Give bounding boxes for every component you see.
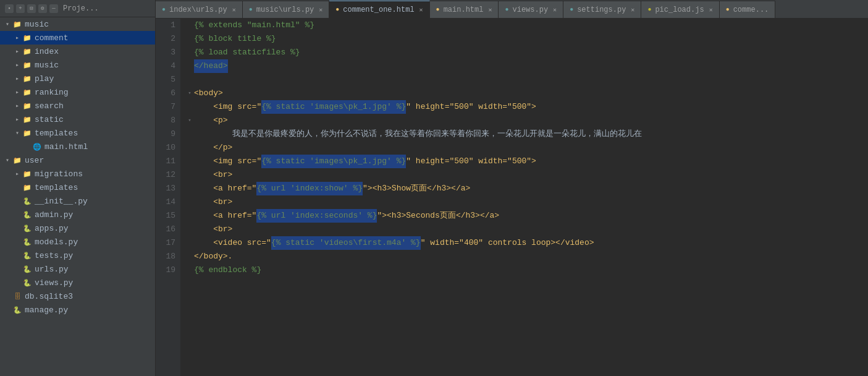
code-17-2: {% static 'videos\first.m4a' %}: [271, 236, 421, 250]
tree-label-db: db.sqlite3: [25, 292, 73, 301]
tree-item-migrations[interactable]: 📁 migrations: [0, 167, 155, 181]
chevron-admin: [12, 210, 22, 220]
chevron-ranking: [12, 87, 22, 97]
tree-item-index[interactable]: 📁 index: [0, 45, 155, 58]
tab-close-6[interactable]: ✕: [631, 6, 634, 14]
tree-root-music[interactable]: 📁 music: [0, 17, 155, 31]
tree-item-manage[interactable]: 🐍 manage.py: [0, 303, 155, 317]
tab-close-1[interactable]: ✕: [232, 6, 236, 14]
tab-index-urls[interactable]: ● index\urls.py ✕: [156, 1, 243, 18]
code-6-1: <body>: [194, 87, 223, 100]
html-icon-main: 🌐: [32, 142, 42, 152]
tab-label-comment-one: comment_one.html: [343, 6, 414, 14]
code-15-2: {% url 'index:seconds' %}: [256, 209, 377, 223]
tree-item-templates[interactable]: 📁 templates: [0, 126, 155, 140]
code-18-1: </body>.: [194, 250, 232, 263]
tree-item-music[interactable]: 📁 music: [0, 58, 155, 72]
tree-item-comment[interactable]: 📁 comment: [0, 31, 155, 45]
tab-close-2[interactable]: ✕: [319, 6, 322, 14]
fold-6[interactable]: [185, 87, 194, 100]
code-9-1: 我是不是你最疼爱的人，你为什么不说话，我在这等着你回来等着你回来，一朵花儿开就是…: [194, 127, 642, 141]
tab-close-3[interactable]: ✕: [419, 6, 423, 14]
tree-label-static: static: [35, 115, 64, 124]
tree-item-apps[interactable]: 🐍 apps.py: [0, 221, 155, 235]
code-line-8: <p>: [185, 114, 863, 127]
tab-comme[interactable]: ● comme...: [720, 1, 776, 18]
code-line-13: <a href="{% url 'index:show' %}"><h3>Sho…: [185, 182, 863, 195]
tree-label-init: __init__.py: [35, 197, 88, 206]
split-btn[interactable]: ⊟: [27, 4, 36, 13]
settings-btn[interactable]: ⚙: [38, 4, 47, 13]
file-tree: 📁 music 📁 comment 📁 index 📁 music: [0, 17, 155, 317]
code-17-3: " width="400" controls loop></video>: [421, 236, 594, 250]
tree-item-ranking[interactable]: 📁 ranking: [0, 85, 155, 99]
tree-label-models: models.py: [35, 237, 78, 247]
tab-label-comme: comme...: [733, 6, 769, 14]
tree-item-models[interactable]: 🐍 models.py: [0, 235, 155, 249]
code-text[interactable]: {% extends "main.html" %} {% block title…: [180, 19, 868, 376]
tree-label-comment: comment: [35, 33, 69, 43]
code-line-15: <a href="{% url 'index:seconds' %}"><h3>…: [185, 209, 863, 223]
code-19-1: {% endblock %}: [194, 263, 261, 277]
code-line-16: <br>: [185, 223, 863, 236]
tab-label-main-html: main.html: [444, 6, 484, 14]
py-icon-urls: 🐍: [22, 264, 32, 274]
tab-label-settings-py: settings.py: [577, 6, 626, 14]
tab-views-py[interactable]: ● views.py ✕: [499, 1, 563, 18]
tree-label-ranking: ranking: [35, 88, 69, 97]
close-btn[interactable]: —: [49, 4, 58, 13]
code-editor[interactable]: 1 2 3 4 5 6 7 8 9 10 11 12 13 14 15 16 1…: [156, 19, 868, 376]
tab-music-urls[interactable]: ● music\urls.py ✕: [243, 1, 330, 18]
code-13-2: {% url 'index:show' %}: [256, 182, 363, 195]
chevron-manage: [2, 305, 12, 315]
chevron-user-templates: [12, 182, 22, 192]
tree-item-user[interactable]: 📁 user: [0, 153, 155, 167]
tree-item-db[interactable]: 🗄 db.sqlite3: [0, 289, 155, 303]
tab-close-7[interactable]: ✕: [709, 6, 713, 14]
tree-item-static[interactable]: 📁 static: [0, 113, 155, 126]
py-tab-icon-1: ●: [162, 6, 166, 13]
tree-item-tests[interactable]: 🐍 tests.py: [0, 249, 155, 262]
tree-label-user-templates: templates: [35, 183, 78, 192]
chevron-apps: [12, 223, 22, 233]
code-line-4: </head>: [185, 59, 863, 73]
folder-icon-comment: 📁: [22, 33, 32, 43]
db-icon: 🗄: [12, 291, 22, 301]
line-numbers: 1 2 3 4 5 6 7 8 9 10 11 12 13 14 15 16 1…: [156, 19, 180, 376]
fold-8[interactable]: [185, 114, 194, 127]
tab-close-5[interactable]: ✕: [553, 6, 557, 14]
tab-comment-one[interactable]: ● comment_one.html ✕: [329, 1, 429, 18]
tree-item-play[interactable]: 📁 play: [0, 72, 155, 85]
tab-settings-py[interactable]: ● settings.py ✕: [563, 1, 641, 18]
chevron-db: [2, 291, 12, 301]
chevron-user: [2, 155, 12, 165]
tree-item-admin[interactable]: 🐍 admin.py: [0, 208, 155, 221]
project-icon: ▪: [5, 4, 14, 13]
tab-pic-load-js[interactable]: ● pic_load.js ✕: [641, 1, 719, 18]
editor-area: ● index\urls.py ✕ ● music\urls.py ✕ ● co…: [156, 0, 868, 376]
tree-item-urls[interactable]: 🐍 urls.py: [0, 262, 155, 276]
tree-label-play: play: [35, 74, 54, 83]
tab-close-4[interactable]: ✕: [488, 6, 492, 14]
folder-open-icon-templates: 📁: [22, 128, 32, 138]
chevron-views: [12, 278, 22, 288]
tree-label-music-sub: music: [35, 61, 59, 70]
tree-item-init[interactable]: 🐍 __init__.py: [0, 194, 155, 208]
code-13-3: "><h3>Show页面</h3></a>: [363, 182, 470, 195]
py-tab-icon-4: ●: [570, 6, 573, 13]
tree-label-search: search: [35, 101, 64, 111]
tab-main-html[interactable]: ● main.html ✕: [430, 1, 499, 18]
py-icon-views: 🐍: [22, 278, 32, 288]
code-15-1: <a href=": [194, 209, 256, 223]
code-14-1: <br>: [194, 195, 232, 209]
chevron-tests: [12, 250, 22, 260]
tree-item-user-templates[interactable]: 📁 templates: [0, 181, 155, 194]
code-line-12: <br>: [185, 168, 863, 182]
tree-item-views[interactable]: 🐍 views.py: [0, 276, 155, 289]
add-tab-btn[interactable]: +: [16, 4, 25, 13]
tree-item-search[interactable]: 📁 search: [0, 99, 155, 113]
code-2-1: {% block title %}: [194, 32, 276, 46]
chevron-comment: [12, 33, 22, 43]
py-icon-apps: 🐍: [22, 223, 32, 233]
tree-item-main-html[interactable]: 🌐 main.html: [0, 140, 155, 153]
